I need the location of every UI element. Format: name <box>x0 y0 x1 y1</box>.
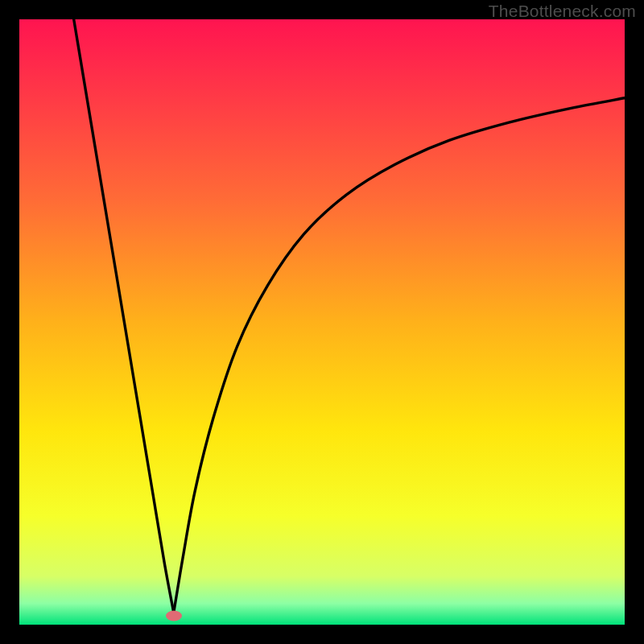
curve-right-branch <box>174 98 625 613</box>
plot-area <box>19 19 625 625</box>
curve-left-branch <box>74 19 174 613</box>
bottleneck-curve <box>19 19 625 625</box>
minimum-marker-icon <box>166 610 182 621</box>
chart-frame: TheBottleneck.com <box>0 0 644 644</box>
attribution-text: TheBottleneck.com <box>489 2 636 21</box>
